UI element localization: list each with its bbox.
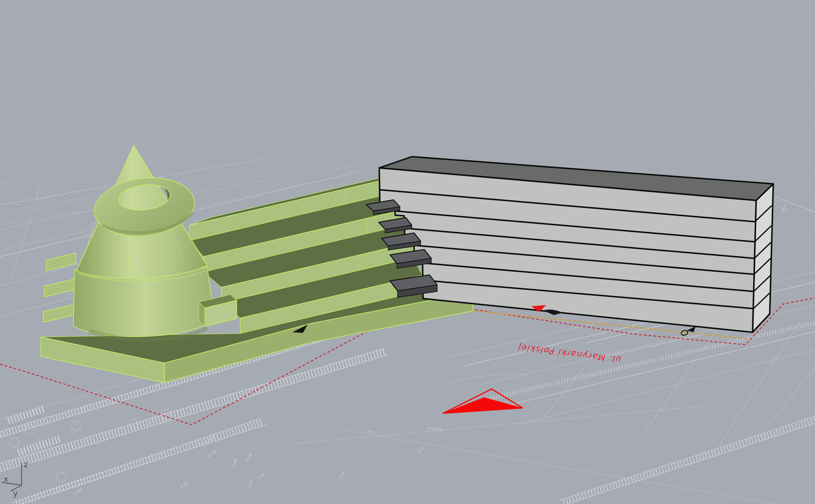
axis-y-label: y [13,489,18,498]
cad-viewport[interactable]: 2.88 2.92 2.78 2.80 0.26 3.07 j.kb. j.mb… [0,0,815,504]
viewport-canvas[interactable]: 2.88 2.92 2.78 2.80 0.26 3.07 j.kb. j.mb… [0,0,815,504]
slab-ends-left [43,253,76,322]
axis-z-label: z [24,460,28,469]
axis-x-label: x [4,474,8,484]
